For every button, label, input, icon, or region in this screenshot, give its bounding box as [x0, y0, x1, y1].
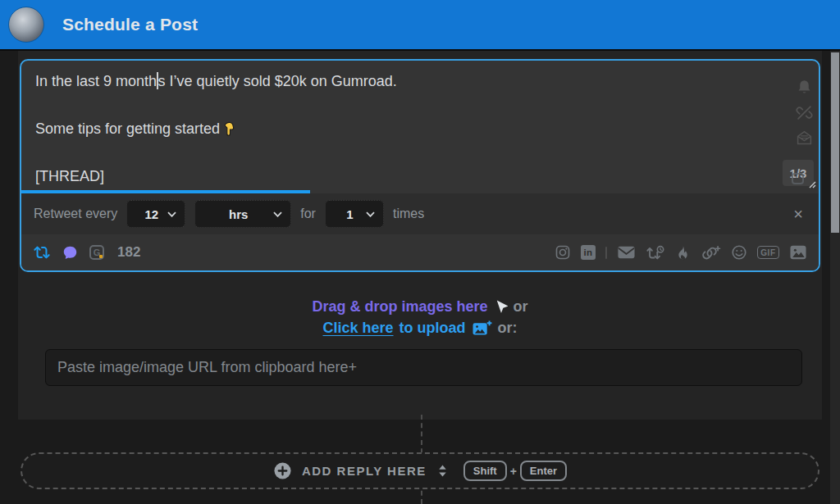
retweet-icon[interactable] [33, 244, 51, 261]
tweet-textarea[interactable]: In the last 9 months I’ve quietly sold $… [21, 61, 819, 190]
object-placeholder-icon [792, 173, 804, 184]
paste-image-url-input[interactable] [45, 349, 802, 386]
main-panel: In the last 9 months I’ve quietly sold $… [18, 51, 822, 420]
bell-icon[interactable] [796, 79, 813, 96]
for-label: for [300, 207, 316, 221]
plus-circle-icon [273, 461, 292, 480]
scrollbar-track[interactable] [830, 51, 840, 504]
grammarly-dot [99, 255, 103, 258]
scheduled-retweet-icon[interactable] [646, 244, 665, 261]
shortcut-hint: Shift + Enter [463, 461, 567, 481]
toolbar-left-group: G 182 [33, 244, 140, 261]
add-link-icon[interactable] [701, 244, 721, 261]
unlink-icon[interactable] [796, 104, 813, 121]
schedule-post-screen: Schedule a Post In the last 9 months I’v… [0, 0, 840, 504]
instagram-icon[interactable] [555, 244, 571, 261]
retweet-count-select[interactable]: 1 [325, 200, 384, 228]
gif-icon[interactable]: GIF [757, 246, 779, 259]
drag-drop-text: Drag & drop images here or [18, 298, 822, 316]
linkedin-icon[interactable]: in [581, 245, 596, 260]
compose-toolbar: G 182 in [21, 234, 819, 270]
auto-retweet-bar: Retweet every 12 hrs for 1 times × [21, 193, 819, 234]
tweet-text-line-2: Some tips for getting started [35, 119, 779, 138]
close-icon[interactable]: × [790, 206, 806, 222]
compose-card: In the last 9 months I’ve quietly sold $… [20, 59, 820, 272]
mail-icon[interactable] [617, 244, 636, 261]
up-down-arrows-icon [436, 464, 449, 478]
chevron-down-icon [366, 211, 375, 217]
grammarly-icon[interactable]: G [89, 245, 104, 260]
tweet-text-line-1: In the last 9 months I’ve quietly sold $… [35, 71, 779, 91]
pointing-down-emoji-icon [221, 121, 237, 137]
shift-keycap: Shift [463, 461, 507, 481]
header-bar: Schedule a Post [0, 0, 840, 51]
tweet-text-line-3: [THREAD] [35, 166, 779, 186]
user-avatar [8, 7, 44, 43]
emoji-icon[interactable] [731, 244, 747, 261]
composer-side-icons [796, 79, 813, 147]
click-here-link[interactable]: Click here [322, 320, 393, 337]
times-label: times [393, 207, 424, 221]
scrollbar-thumb[interactable] [831, 52, 839, 233]
flame-icon[interactable] [675, 244, 691, 261]
add-reply-button[interactable]: ADD REPLY HERE Shift + Enter [21, 452, 819, 489]
comment-bubble-icon[interactable] [62, 244, 79, 261]
cursor-arrow-icon [494, 299, 508, 315]
toolbar-divider [605, 247, 607, 259]
chevron-down-icon [167, 211, 176, 217]
retweet-unit-select[interactable]: hrs [194, 200, 291, 228]
retweet-every-label: Retweet every [34, 207, 117, 221]
retweet-interval-select[interactable]: 12 [126, 200, 185, 228]
thread-counter-badge: 1/3 [783, 160, 814, 186]
image-drop-zone[interactable]: Drag & drop images here or Click here to… [18, 272, 822, 420]
enter-keycap: Enter [520, 461, 567, 481]
chevron-down-icon [273, 211, 282, 217]
toolbar-right-group: in [555, 244, 807, 261]
plus-separator: + [510, 465, 517, 478]
character-count: 182 [117, 244, 140, 261]
resize-grip-icon[interactable] [806, 179, 816, 188]
click-upload-text: Click here to upload or: [18, 320, 822, 337]
add-reply-label: ADD REPLY HERE [302, 464, 427, 478]
add-image-icon [472, 320, 492, 337]
page-title: Schedule a Post [62, 15, 198, 34]
open-envelope-icon[interactable] [796, 129, 813, 147]
image-icon[interactable] [789, 244, 807, 261]
